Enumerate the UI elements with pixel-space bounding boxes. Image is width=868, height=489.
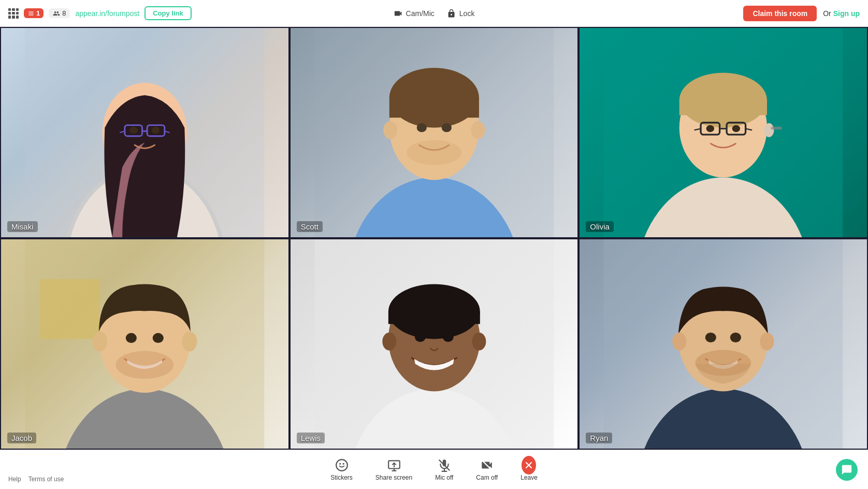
svg-point-61 (336, 459, 348, 471)
svg-point-58 (705, 333, 716, 342)
svg-point-41 (126, 333, 137, 343)
svg-point-52 (442, 332, 453, 342)
svg-point-62 (339, 463, 341, 465)
header-right: Claim this room Or Sign up (743, 6, 860, 21)
help-link[interactable]: Help (8, 476, 21, 483)
svg-rect-48 (388, 311, 480, 324)
room-url: appear.in/forumpost (75, 9, 139, 18)
svg-point-42 (153, 333, 164, 343)
video-bg-ryan: Ryan (580, 239, 867, 449)
toolbar-links: Help Terms of use (8, 476, 64, 483)
sign-up-link[interactable]: Sign up (833, 9, 860, 18)
svg-point-14 (389, 68, 479, 127)
copy-link-button[interactable]: Copy link (144, 6, 192, 20)
video-cell-jacob: Jacob (0, 238, 290, 450)
svg-point-43 (116, 351, 174, 379)
svg-point-51 (414, 332, 425, 342)
mic-off-label: Mic off (435, 474, 453, 481)
header-bar: 1 8 appear.in/forumpost Copy link Cam/Mi… (0, 0, 868, 27)
svg-point-49 (382, 333, 396, 351)
svg-point-50 (472, 333, 486, 351)
svg-point-17 (471, 121, 485, 139)
cam-mic-toggle[interactable]: Cam/Mic (394, 9, 435, 18)
svg-point-57 (760, 333, 774, 351)
header-center: Cam/Mic Lock (394, 9, 475, 18)
mic-off-icon (437, 458, 452, 472)
notification-badge[interactable]: 1 (24, 8, 44, 18)
cam-off-label: Cam off (476, 474, 498, 481)
toolbar: Help Terms of use Stickers Share screen (0, 450, 868, 489)
stickers-label: Stickers (330, 474, 353, 481)
video-cell-scott: Scott (290, 27, 579, 238)
svg-point-56 (673, 333, 687, 351)
video-cell-lewis: Lewis (290, 238, 579, 450)
stickers-button[interactable]: Stickers (321, 455, 362, 484)
terms-link[interactable]: Terms of use (28, 476, 64, 483)
participants-count: 8 (62, 9, 66, 17)
svg-point-59 (730, 333, 741, 342)
video-bg-lewis: Lewis (291, 239, 578, 449)
svg-point-31 (706, 125, 714, 132)
svg-rect-36 (40, 279, 99, 339)
grid-icon[interactable] (8, 8, 19, 19)
share-screen-label: Share screen (375, 474, 412, 481)
svg-point-33 (764, 123, 774, 137)
participant-name-scott: Scott (297, 221, 323, 232)
svg-point-20 (407, 140, 461, 165)
video-grid: Misaki (0, 27, 868, 450)
video-bg-scott: Scott (291, 28, 578, 237)
svg-point-63 (342, 463, 344, 465)
cam-mic-label: Cam/Mic (406, 9, 435, 18)
svg-point-39 (92, 332, 107, 351)
notification-count: 1 (36, 9, 40, 17)
svg-rect-34 (771, 126, 782, 130)
header-left: 1 8 appear.in/forumpost Copy link (8, 6, 192, 20)
participant-name-ryan: Ryan (586, 433, 612, 443)
svg-point-32 (732, 125, 740, 132)
video-bg-misaki: Misaki (1, 28, 288, 237)
or-sign-up-text: Or Sign up (823, 9, 860, 18)
svg-point-10 (152, 126, 160, 133)
lock-toggle[interactable]: Lock (447, 9, 475, 18)
svg-point-40 (182, 332, 197, 351)
participant-name-misaki: Misaki (7, 221, 38, 232)
share-screen-button[interactable]: Share screen (366, 455, 422, 484)
cam-off-icon (480, 458, 494, 472)
participant-name-lewis: Lewis (297, 433, 325, 443)
leave-label: Leave (520, 474, 538, 481)
lock-label: Lock (459, 9, 475, 18)
svg-point-18 (416, 123, 426, 132)
leave-button[interactable]: Leave (511, 455, 547, 484)
video-cell-ryan: Ryan (578, 238, 868, 450)
video-bg-olivia: Olivia (580, 28, 867, 237)
svg-rect-15 (389, 98, 479, 118)
mic-off-button[interactable]: Mic off (426, 455, 462, 484)
svg-point-19 (441, 123, 451, 132)
participant-badge: 8 (49, 8, 70, 18)
stickers-icon (335, 458, 349, 472)
participant-name-olivia: Olivia (586, 221, 614, 232)
chat-fab-button[interactable] (836, 459, 858, 481)
share-screen-icon (387, 458, 401, 472)
svg-point-9 (129, 126, 137, 133)
participant-name-jacob: Jacob (7, 433, 36, 443)
cam-off-button[interactable]: Cam off (467, 455, 507, 484)
leave-icon (522, 458, 536, 472)
video-bg-jacob: Jacob (1, 239, 288, 449)
claim-room-button[interactable]: Claim this room (743, 6, 817, 21)
video-cell-misaki: Misaki (0, 27, 290, 238)
svg-rect-25 (679, 100, 767, 115)
video-cell-olivia: Olivia (578, 27, 868, 238)
svg-point-16 (383, 121, 397, 139)
